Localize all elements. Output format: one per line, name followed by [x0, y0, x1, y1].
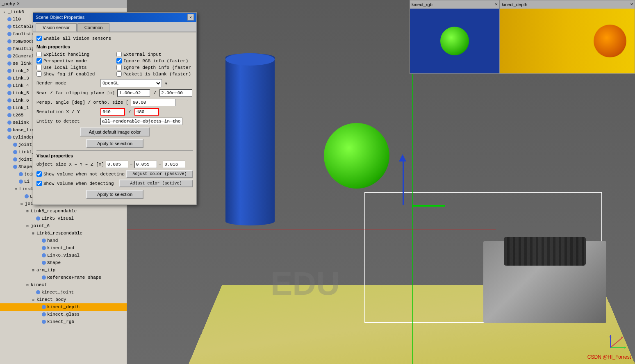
cb-explicit: Explicit handling [36, 52, 113, 57]
active-color-button[interactable]: Adjust color (active) [119, 180, 193, 187]
tree-label-hand: hand [47, 238, 58, 243]
sidebar-item-link5_visual[interactable]: Link5_visual [0, 215, 127, 222]
cam-depth-titlebar: kinect_depth × [500, 0, 635, 9]
entity-label: Entity to detect [36, 119, 98, 124]
sidebar-item-kinect_bod[interactable]: kinect_bod [0, 244, 127, 252]
checkboxes-grid: Explicit handling External input Perspec… [36, 52, 193, 77]
show-passive-row: Show volume when not detecting Adjust co… [36, 170, 193, 178]
sidebar-item-kinect[interactable]: ⊞kinect [0, 281, 127, 289]
tree-label-selink: selink [13, 120, 29, 125]
node-icon-faultLights [7, 47, 11, 51]
cam-depth-content [500, 9, 635, 73]
expand-icon-link5_resp[interactable]: ⊞ [25, 209, 30, 213]
apply-selection-2-button[interactable]: Apply to selection [86, 190, 143, 199]
expand-icon-link6_resp[interactable]: ⊞ [31, 231, 35, 235]
node-icon-Link_3 [7, 76, 11, 80]
persp-input[interactable] [131, 99, 176, 106]
perspective-label: Perspective mode [43, 59, 87, 64]
cb-local-lights: Use local lights [36, 65, 113, 70]
dialog-close-button[interactable]: × [187, 14, 194, 20]
tab-vision-sensor[interactable]: Vision sensor [36, 23, 77, 32]
local-lights-label: Use local lights [43, 65, 87, 70]
expand-icon-link4_resp[interactable]: ⊞ [14, 187, 18, 191]
perspective-checkbox[interactable] [36, 58, 42, 64]
tree-label-RefFrame: ReferenceFrame_shape [47, 275, 101, 280]
expand-icon-joint_6[interactable]: ⊞ [25, 224, 30, 228]
tab-common[interactable]: Common [77, 23, 110, 32]
size-z-input[interactable] [163, 161, 185, 168]
sidebar-item-kinect_depth[interactable]: kinect_depth [0, 303, 127, 311]
node-icon-link5_visual [36, 216, 40, 221]
sidebar-close-icon[interactable]: × [17, 1, 20, 7]
size-y-input[interactable] [134, 161, 157, 168]
sidebar-item-kinect_glass[interactable]: kinect_glass [0, 311, 127, 318]
tree-label-Link_6: Link_6 [13, 98, 29, 103]
node-icon-joint_2 [13, 157, 17, 162]
entity-input[interactable] [100, 118, 182, 125]
node-icon-tictable [7, 25, 11, 29]
cb-show-fog: Show fog if enabled [36, 71, 113, 77]
far-input[interactable] [159, 89, 192, 97]
svg-marker-4 [624, 346, 626, 349]
node-icon-li_x [19, 180, 23, 184]
sidebar-item-hand[interactable]: hand [0, 237, 127, 244]
show-fog-checkbox[interactable] [36, 71, 42, 77]
svg-line-0 [610, 337, 623, 348]
node-icon-link6_visual [42, 253, 46, 257]
local-lights-checkbox[interactable] [36, 65, 42, 70]
apply-selection-1-container: Apply to selection [36, 139, 193, 148]
passive-color-button[interactable]: Adjust color (passive) [126, 170, 193, 178]
render-mode-select[interactable]: OpenGL OpenGL3 External renderer [100, 79, 162, 87]
sidebar-item-kinect_body[interactable]: ⊞kinect_body [0, 296, 127, 303]
cam-depth-close-icon[interactable]: × [630, 2, 633, 7]
tree-label-Link_5: Link_5 [13, 91, 29, 96]
tree-label-Link_3: Link_3 [13, 76, 29, 81]
resolution-label: Resolution X / Y [36, 109, 98, 114]
expand-icon-kinect_body[interactable]: ⊞ [31, 298, 35, 302]
cb-external-input: External input [116, 52, 193, 57]
ignore-depth-checkbox[interactable] [116, 65, 122, 70]
sidebar-item-Shape2[interactable]: Shape [0, 259, 127, 266]
node-icon-Cylinder2 [7, 135, 11, 139]
packet-blank-checkbox[interactable] [116, 71, 122, 77]
expand-icon-link6[interactable]: ▸ [2, 10, 7, 14]
svg-marker-5 [609, 335, 612, 337]
ignore-rgb-label: Ignore RGB info (faster) [123, 59, 188, 64]
green-sphere-viewport [324, 123, 389, 189]
node-icon-hand [42, 239, 46, 243]
tree-label-arm_tip: arm_tip [36, 268, 55, 273]
expand-icon-joint_5[interactable]: ⊞ [20, 202, 24, 206]
axes-indicator [606, 331, 627, 352]
sidebar-item-kinect_joint[interactable]: kinect_joint [0, 289, 127, 296]
explicit-checkbox[interactable] [36, 52, 42, 57]
dialog-tabs: Vision sensor Common [33, 22, 196, 32]
ignore-rgb-checkbox[interactable] [116, 58, 122, 64]
node-icon-t265 [7, 113, 11, 117]
node-icon-Link_6 [7, 98, 11, 102]
size-x-input[interactable] [106, 161, 128, 168]
sidebar-item-kinect_rgb[interactable]: kinect_rgb [0, 318, 127, 325]
node-icon-ZCameraProxy [7, 54, 11, 58]
expand-icon-kinect[interactable]: ⊞ [25, 283, 30, 287]
sidebar-item-link5_resp[interactable]: ⊞Link5_respondable [0, 207, 127, 215]
resolution-y-input[interactable] [134, 108, 159, 116]
sidebar-item-arm_tip[interactable]: ⊞arm_tip [0, 266, 127, 274]
near-input[interactable] [117, 89, 150, 97]
enable-all-checkbox[interactable] [36, 36, 42, 41]
sidebar-item-link6_resp[interactable]: ⊞Link6_respondable [0, 230, 127, 237]
external-input-checkbox[interactable] [116, 52, 122, 57]
expand-icon-arm_tip[interactable]: ⊞ [31, 268, 35, 272]
cam-rgb-close-icon[interactable]: × [495, 2, 498, 7]
resolution-x-input[interactable] [100, 108, 125, 116]
sidebar-item-joint_6[interactable]: ⊞joint_6 [0, 222, 127, 230]
sidebar-item-link6_visual[interactable]: Link6_visual [0, 252, 127, 259]
sidebar-item-RefFrame[interactable]: ReferenceFrame_shape [0, 274, 127, 281]
show-active-checkbox[interactable] [36, 181, 42, 186]
apply-selection-1-button[interactable]: Apply to selection [86, 139, 143, 148]
blue-axis-arrowhead [399, 154, 406, 162]
blue-axis-arrow [403, 156, 404, 205]
tree-label-Link_1: Link_1 [13, 105, 29, 110]
node-icon-joint_1 [13, 143, 17, 147]
adjust-color-button[interactable]: Adjust default image color [80, 127, 150, 136]
show-passive-checkbox[interactable] [36, 171, 42, 177]
